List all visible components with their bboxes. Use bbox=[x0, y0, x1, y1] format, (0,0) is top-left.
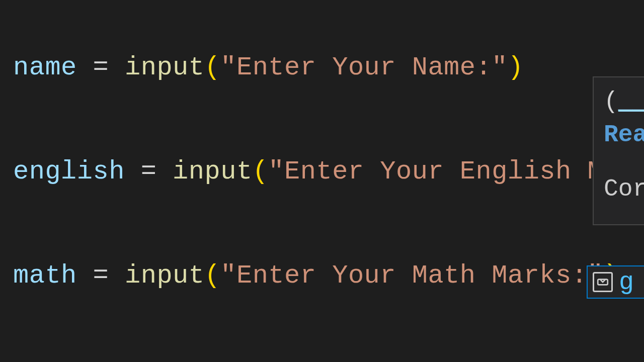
signature-line: (__ bbox=[604, 86, 644, 117]
signature-help-popup: (__ Rea Cor bbox=[593, 76, 644, 225]
variable-icon bbox=[593, 272, 613, 292]
signature-doc-rea: Rea bbox=[604, 120, 644, 150]
code-editor[interactable]: name = input("Enter Your Name:") english… bbox=[0, 0, 644, 362]
code-line-1: name = input("Enter Your Name:") bbox=[13, 50, 644, 85]
autocomplete-popup[interactable]: g bbox=[587, 265, 644, 299]
signature-doc-cor: Cor bbox=[604, 174, 644, 204]
autocomplete-item-label: g bbox=[619, 268, 634, 297]
code-line-2: english = input("Enter Your English Mark… bbox=[13, 154, 644, 189]
code-line-3: math = input("Enter Your Math Marks:") bbox=[13, 258, 644, 293]
